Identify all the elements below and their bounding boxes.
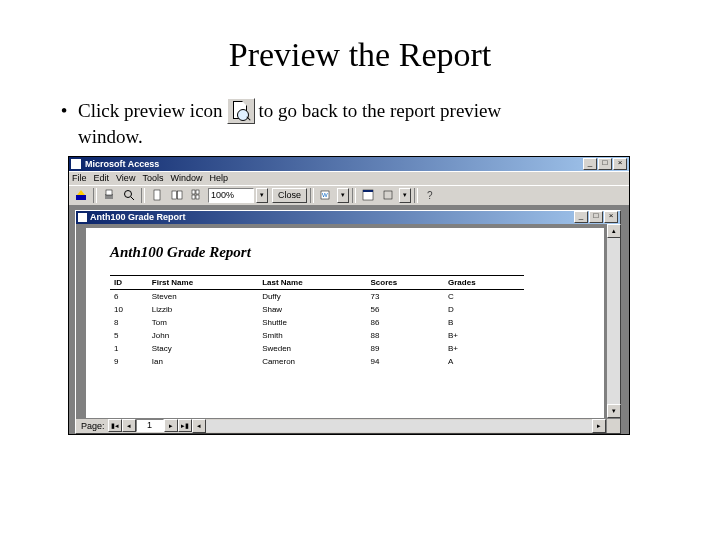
officelinks-dropdown-icon[interactable]: ▾	[337, 188, 349, 203]
col-grades: Grades	[444, 275, 524, 289]
bullet-item: • Click preview icon to go back to the r…	[60, 98, 660, 150]
document-title: Anth100 Grade Report	[90, 212, 574, 222]
new-object-dropdown-icon[interactable]: ▾	[399, 188, 411, 203]
toolbar: 100% ▾ Close W ▾ ▾ ?	[69, 185, 629, 206]
cell-score: 73	[366, 289, 444, 303]
scroll-up-icon[interactable]: ▴	[607, 224, 621, 238]
svg-rect-9	[192, 190, 195, 194]
svg-rect-16	[363, 190, 373, 192]
cell-first: Lizzib	[148, 303, 258, 316]
cell-last: Shaw	[258, 303, 366, 316]
report-icon	[78, 213, 87, 222]
cell-id: 6	[110, 289, 148, 303]
table-header-row: ID First Name Last Name Scores Grades	[110, 275, 524, 289]
scroll-left-icon[interactable]: ◂	[192, 419, 206, 433]
database-window-button[interactable]	[359, 187, 377, 204]
table-row: 10LizzibShaw56D	[110, 303, 524, 316]
close-app-button[interactable]: ×	[613, 158, 627, 170]
scroll-right-icon[interactable]: ▸	[592, 419, 606, 433]
page-navigator: Page: ▮◂ ◂ 1 ▸ ▸▮	[76, 419, 192, 433]
last-page-button[interactable]: ▸▮	[178, 419, 192, 432]
maximize-button[interactable]: □	[598, 158, 612, 170]
menubar: File Edit View Tools Window Help	[69, 171, 629, 185]
report-page-area[interactable]: Anth100 Grade Report ID First Name Last …	[76, 224, 606, 418]
svg-marker-1	[77, 190, 85, 195]
cell-last: Cameron	[258, 355, 366, 368]
bullet-text-1: Click preview icon	[78, 98, 223, 124]
menu-tools[interactable]: Tools	[142, 173, 163, 183]
page-number-field[interactable]: 1	[136, 419, 164, 432]
cell-first: Stacy	[148, 342, 258, 355]
cell-grade: B	[444, 316, 524, 329]
cell-last: Sweden	[258, 342, 366, 355]
menu-window[interactable]: Window	[170, 173, 202, 183]
svg-line-5	[131, 197, 134, 200]
cell-score: 56	[366, 303, 444, 316]
design-view-button[interactable]	[72, 187, 90, 204]
svg-rect-11	[192, 195, 195, 199]
cell-score: 89	[366, 342, 444, 355]
col-first: First Name	[148, 275, 258, 289]
cell-grade: B+	[444, 342, 524, 355]
vertical-scrollbar[interactable]: ▴ ▾	[606, 224, 620, 418]
cell-id: 1	[110, 342, 148, 355]
cell-grade: A	[444, 355, 524, 368]
access-window: Microsoft Access _ □ × File Edit View To…	[68, 156, 630, 435]
cell-last: Duffy	[258, 289, 366, 303]
scroll-down-icon[interactable]: ▾	[607, 404, 621, 418]
cell-first: Tom	[148, 316, 258, 329]
svg-point-4	[125, 191, 132, 198]
one-page-button[interactable]	[148, 187, 166, 204]
cell-first: Ian	[148, 355, 258, 368]
cell-first: Steven	[148, 289, 258, 303]
app-titlebar: Microsoft Access _ □ ×	[69, 157, 629, 171]
menu-file[interactable]: File	[72, 173, 87, 183]
officelinks-button[interactable]: W	[317, 187, 335, 204]
bullet-text-3: window.	[78, 124, 660, 150]
print-button[interactable]	[100, 187, 118, 204]
cell-last: Shuttle	[258, 316, 366, 329]
bullet-text-2: to go back to the report preview	[259, 98, 502, 124]
multi-page-button[interactable]	[188, 187, 206, 204]
access-key-icon	[71, 159, 81, 169]
bullet-dot: •	[60, 98, 68, 124]
cell-score: 88	[366, 329, 444, 342]
doc-minimize-button[interactable]: _	[574, 211, 588, 223]
cell-grade: C	[444, 289, 524, 303]
menu-edit[interactable]: Edit	[94, 173, 110, 183]
col-scores: Scores	[366, 275, 444, 289]
cell-score: 94	[366, 355, 444, 368]
zoom-combo[interactable]: 100%	[208, 188, 254, 203]
mdi-client-area: Anth100 Grade Report _ □ × Anth100 Grade…	[69, 206, 629, 434]
two-page-button[interactable]	[168, 187, 186, 204]
new-object-button[interactable]	[379, 187, 397, 204]
menu-help[interactable]: Help	[209, 173, 228, 183]
svg-rect-0	[76, 195, 86, 200]
svg-text:W: W	[322, 192, 328, 198]
svg-rect-7	[172, 191, 177, 199]
doc-close-button[interactable]: ×	[604, 211, 618, 223]
minimize-button[interactable]: _	[583, 158, 597, 170]
svg-rect-3	[106, 190, 112, 195]
col-id: ID	[110, 275, 148, 289]
menu-view[interactable]: View	[116, 173, 135, 183]
table-row: 9IanCameron94A	[110, 355, 524, 368]
zoom-button[interactable]	[120, 187, 138, 204]
first-page-button[interactable]: ▮◂	[108, 419, 122, 432]
close-preview-button[interactable]: Close	[272, 188, 307, 203]
report-preview-window: Anth100 Grade Report _ □ × Anth100 Grade…	[75, 210, 621, 434]
cell-grade: D	[444, 303, 524, 316]
col-last: Last Name	[258, 275, 366, 289]
cell-id: 5	[110, 329, 148, 342]
svg-text:?: ?	[427, 190, 433, 201]
cell-id: 10	[110, 303, 148, 316]
cell-grade: B+	[444, 329, 524, 342]
cell-first: John	[148, 329, 258, 342]
horizontal-scrollbar[interactable]: ◂ ▸	[192, 419, 606, 433]
next-page-button[interactable]: ▸	[164, 419, 178, 432]
help-button[interactable]: ?	[421, 187, 439, 204]
page-label: Page:	[78, 421, 108, 431]
zoom-dropdown-icon[interactable]: ▾	[256, 188, 268, 203]
prev-page-button[interactable]: ◂	[122, 419, 136, 432]
doc-maximize-button[interactable]: □	[589, 211, 603, 223]
